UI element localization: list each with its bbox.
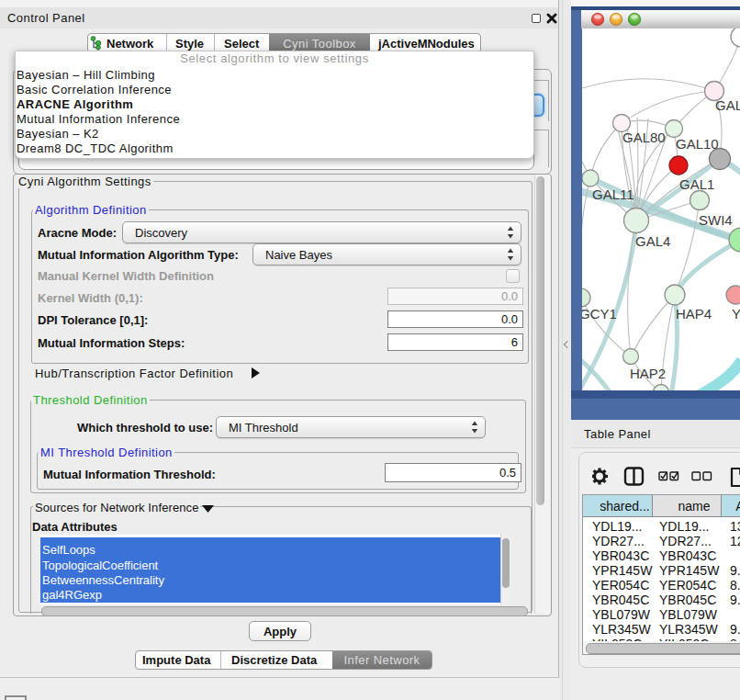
svg-text:GAL: GAL bbox=[715, 97, 740, 113]
svg-text:GAL4: GAL4 bbox=[635, 233, 670, 249]
svg-text:Y: Y bbox=[732, 306, 740, 322]
svg-text:HAP2: HAP2 bbox=[630, 366, 666, 381]
svg-text:GAL1: GAL1 bbox=[679, 176, 714, 192]
svg-text:GAL80: GAL80 bbox=[622, 130, 666, 145]
svg-text:GAL10: GAL10 bbox=[676, 136, 719, 152]
svg-text:HAP4: HAP4 bbox=[676, 306, 712, 322]
svg-text:GCY1: GCY1 bbox=[582, 306, 617, 322]
svg-text:SWI4: SWI4 bbox=[699, 212, 733, 228]
svg-text:GAL11: GAL11 bbox=[592, 186, 634, 202]
